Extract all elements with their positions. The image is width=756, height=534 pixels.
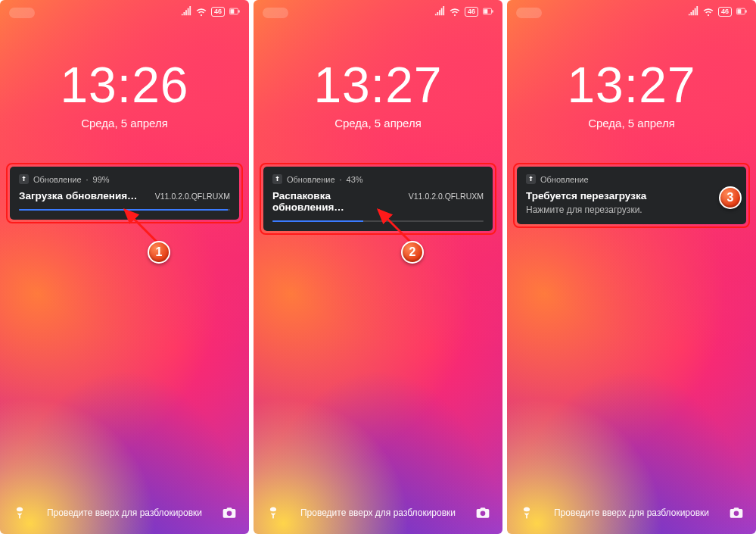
notif-percent: 43%: [347, 175, 363, 184]
svg-rect-2: [238, 10, 239, 13]
svg-rect-12: [745, 10, 746, 13]
unlock-hint: Проведите вверх для разблокировки: [554, 507, 709, 518]
lockscreen-2: 46 13:27 Среда, 5 апреля Обновление · 43…: [254, 0, 502, 534]
lockscreen-1: 46 13:26 Среда, 5 апреля Обновление · 99…: [0, 0, 249, 534]
svg-rect-7: [492, 10, 493, 13]
wifi-icon: [703, 6, 714, 17]
notif-version: V11.0.2.0.QFLRUXM: [409, 192, 484, 201]
battery-icon: [736, 6, 747, 17]
carrier-blur: [263, 8, 288, 18]
notification-highlight: Обновление · 99% Загрузка обновления… V1…: [6, 163, 243, 223]
notif-subtitle: Нажмите для перезагрузки.: [526, 205, 737, 215]
update-app-icon: [19, 174, 29, 184]
status-bar: 46: [181, 6, 240, 17]
unlock-hint: Проведите вверх для разблокировки: [300, 507, 456, 518]
notif-version: V11.0.2.0.QFLRUXM: [155, 192, 230, 201]
lockscreen-time: 13:26: [0, 56, 249, 114]
notif-app-name: Обновление: [287, 175, 335, 184]
notif-app-name: Обновление: [33, 175, 82, 184]
clock-block: 13:26 Среда, 5 апреля: [0, 56, 249, 130]
flashlight-icon[interactable]: [12, 505, 27, 520]
signal-icon: [688, 6, 698, 17]
flashlight-icon[interactable]: [519, 505, 534, 520]
bottom-bar: Проведите вверх для разблокировки: [0, 505, 249, 520]
carrier-blur: [9, 8, 35, 18]
clock-block: 13:27 Среда, 5 апреля: [254, 56, 502, 130]
bottom-bar: Проведите вверх для разблокировки: [254, 505, 502, 520]
notif-app-name: Обновление: [540, 175, 589, 184]
annotation-badge-3: 3: [719, 186, 742, 209]
svg-rect-1: [230, 9, 234, 14]
notif-title: Требуется перезагрузка: [526, 190, 646, 201]
wifi-icon: [196, 6, 207, 17]
bottom-bar: Проведите вверх для разблокировки: [507, 505, 756, 520]
flashlight-icon[interactable]: [266, 505, 281, 520]
signal-icon: [434, 6, 445, 17]
camera-icon[interactable]: [475, 505, 490, 520]
battery-label: 46: [465, 7, 478, 17]
signal-icon: [181, 6, 191, 17]
lockscreen-date: Среда, 5 апреля: [507, 117, 756, 130]
notification-highlight: Обновление · 43% Распаковка обновления… …: [260, 163, 496, 235]
notification-highlight: Обновление Требуется перезагрузка Нажмит…: [513, 163, 750, 228]
camera-icon[interactable]: [222, 505, 237, 520]
progress-bar: [272, 220, 484, 222]
lockscreen-3: 46 13:27 Среда, 5 апреля Обновление Треб…: [507, 0, 756, 534]
progress-bar: [19, 209, 230, 211]
carrier-blur: [516, 8, 542, 18]
battery-label: 46: [211, 7, 225, 17]
battery-label: 46: [718, 7, 732, 17]
update-app-icon: [526, 174, 536, 184]
clock-block: 13:27 Среда, 5 апреля: [507, 56, 756, 130]
lockscreen-time: 13:27: [507, 56, 756, 114]
status-bar: 46: [688, 6, 747, 17]
update-app-icon: [272, 174, 282, 184]
lockscreen-date: Среда, 5 апреля: [254, 117, 502, 130]
notif-percent: 99%: [93, 175, 110, 184]
battery-icon: [229, 6, 240, 17]
update-notification[interactable]: Обновление · 99% Загрузка обновления… V1…: [10, 167, 239, 220]
wifi-icon: [450, 6, 460, 17]
notif-title: Распаковка обновления…: [272, 190, 403, 213]
annotation-badge-1: 1: [148, 241, 170, 264]
unlock-hint: Проведите вверх для разблокировки: [47, 507, 202, 518]
lockscreen-date: Среда, 5 апреля: [0, 117, 249, 130]
lockscreen-time: 13:27: [254, 56, 502, 114]
update-notification[interactable]: Обновление · 43% Распаковка обновления… …: [263, 167, 493, 231]
notif-title: Загрузка обновления…: [19, 190, 138, 201]
annotation-badge-2: 2: [401, 241, 424, 264]
update-notification[interactable]: Обновление Требуется перезагрузка Нажмит…: [517, 167, 746, 224]
battery-icon: [483, 6, 493, 17]
svg-rect-11: [737, 9, 741, 14]
status-bar: 46: [434, 6, 493, 17]
camera-icon[interactable]: [729, 505, 744, 520]
svg-rect-6: [484, 9, 487, 14]
